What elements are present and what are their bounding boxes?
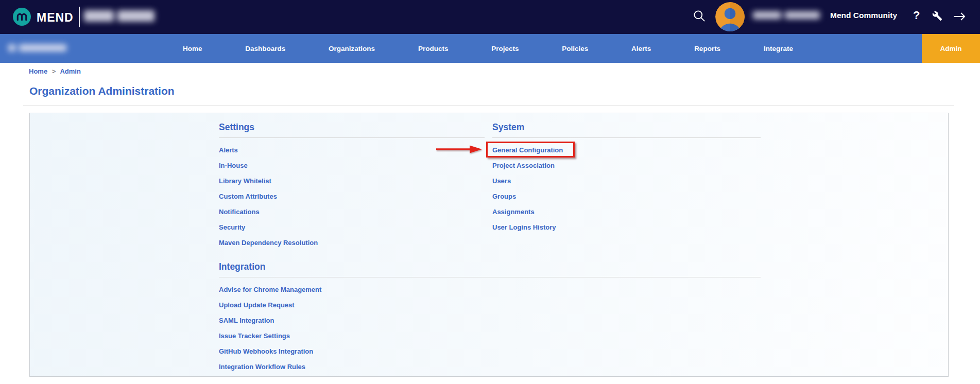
nav-item-home[interactable]: Home [183,45,202,53]
integration-link-integration-workflow-rules[interactable]: Integration Workflow Rules [219,363,761,371]
nav-item-organizations[interactable]: Organizations [329,45,375,53]
brand-text: MEND [37,11,74,25]
main-nav-bar: Home Dashboards Organizations Products P… [0,34,980,63]
section-settings: Settings Alerts In-House Library Whiteli… [219,122,485,254]
nav-item-admin[interactable]: Admin [922,34,980,63]
horizontal-rule [23,106,954,106]
nav-item-projects[interactable]: Projects [491,45,519,53]
wrench-icon[interactable] [932,11,942,23]
section-system: System General Configuration Project Ass… [492,122,761,239]
mend-community-link[interactable]: Mend Community [830,11,897,20]
top-header: MEND Mend Community ? [0,0,980,34]
redacted-account-name [84,10,154,22]
header-divider [79,7,80,27]
nav-item-reports[interactable]: Reports [694,45,720,53]
help-icon[interactable]: ? [913,9,920,22]
settings-link-notifications[interactable]: Notifications [219,208,485,216]
nav-item-policies[interactable]: Policies [562,45,588,53]
integration-link-advise-for-chrome-management[interactable]: Advise for Chrome Management [219,286,761,294]
settings-link-list: Alerts In-House Library Whitelist Custom… [219,146,485,247]
integration-link-upload-update-request[interactable]: Upload Update Request [219,301,761,309]
settings-link-in-house[interactable]: In-House [219,162,485,170]
settings-section-title: Settings [219,122,485,138]
redacted-user-name [753,11,820,19]
breadcrumb: Home > Admin [29,67,81,75]
redacted-org-name [8,44,66,51]
breadcrumb-separator: > [49,67,59,75]
section-integration: Integration Advise for Chrome Management… [219,261,761,378]
nav-item-alerts[interactable]: Alerts [631,45,651,53]
settings-link-security[interactable]: Security [219,223,485,232]
system-link-list: General Configuration Project Associatio… [492,146,761,232]
nav-item-integrate[interactable]: Integrate [764,45,793,53]
integration-link-issue-tracker-settings[interactable]: Issue Tracker Settings [219,332,761,340]
integration-link-github-webhooks-integration[interactable]: GitHub Webhooks Integration [219,347,761,356]
admin-panel: Settings Alerts In-House Library Whiteli… [29,113,949,377]
system-link-users[interactable]: Users [492,177,761,185]
integration-section-title: Integration [219,261,761,277]
avatar[interactable] [715,2,745,31]
page-title: Organization Administration [29,85,175,97]
mend-logo-icon [12,7,31,28]
nav-items: Home Dashboards Organizations Products P… [183,34,793,63]
nav-item-dashboards[interactable]: Dashboards [245,45,285,53]
settings-link-alerts[interactable]: Alerts [219,146,485,154]
breadcrumb-home-link[interactable]: Home [29,67,47,75]
logout-arrow-icon[interactable] [953,12,967,23]
search-icon[interactable] [692,9,706,25]
system-link-general-configuration[interactable]: General Configuration [492,146,761,154]
breadcrumb-admin-link[interactable]: Admin [60,67,80,75]
settings-link-custom-attributes[interactable]: Custom Attributes [219,193,485,201]
settings-link-library-whitelist[interactable]: Library Whitelist [219,177,485,185]
system-link-groups[interactable]: Groups [492,193,761,201]
nav-item-products[interactable]: Products [418,45,449,53]
integration-link-saml-integration[interactable]: SAML Integration [219,317,761,325]
system-link-user-logins-history[interactable]: User Logins History [492,223,761,232]
system-link-project-association[interactable]: Project Association [492,162,761,170]
system-section-title: System [492,122,761,138]
integration-link-list: Advise for Chrome Management Upload Upda… [219,286,761,371]
mend-logo: MEND [12,7,74,28]
system-link-assignments[interactable]: Assignments [492,208,761,216]
settings-link-maven-dependency-resolution[interactable]: Maven Dependency Resolution [219,239,485,247]
